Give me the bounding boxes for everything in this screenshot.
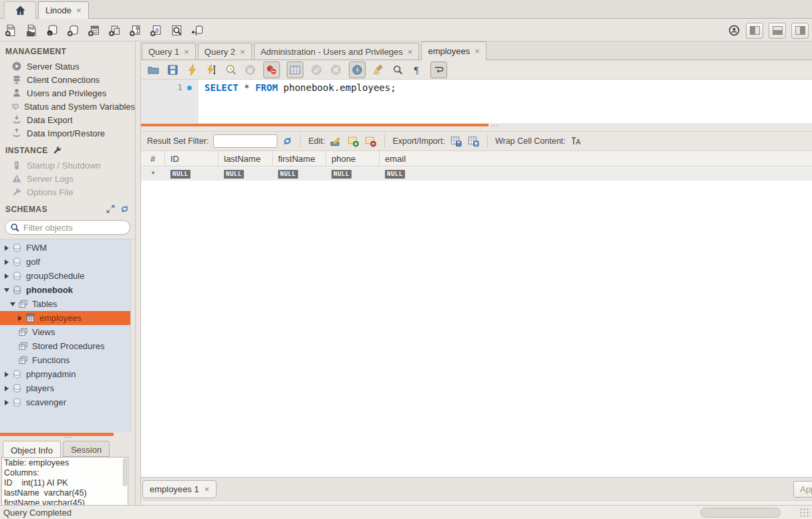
sidebar-item-data-export[interactable]: Data Export bbox=[0, 113, 135, 126]
refresh-icon[interactable] bbox=[282, 136, 293, 146]
sidebar-item-client-connections[interactable]: Client Connections bbox=[0, 73, 135, 86]
result-grid-body[interactable] bbox=[141, 181, 812, 477]
save-script-icon[interactable] bbox=[166, 64, 179, 76]
toggle-autocommit-button[interactable] bbox=[349, 62, 366, 78]
result-filter-input[interactable] bbox=[213, 134, 277, 148]
tab-administration[interactable]: Administration - Users and Privileges × bbox=[254, 43, 420, 60]
schema-inspector-icon[interactable]: i bbox=[46, 24, 59, 37]
cell-lastname[interactable]: NULL bbox=[219, 170, 273, 179]
cell-phone[interactable]: NULL bbox=[326, 170, 380, 179]
export-recordset-icon[interactable] bbox=[450, 135, 462, 148]
execute-icon[interactable] bbox=[186, 64, 198, 76]
column-header-lastname[interactable]: lastName bbox=[219, 151, 273, 166]
expander-icon[interactable] bbox=[9, 302, 17, 306]
schema-tree-item-scavenger[interactable]: scavenger bbox=[0, 395, 135, 409]
apply-button[interactable]: Apply bbox=[793, 481, 812, 498]
expander-icon[interactable] bbox=[3, 372, 11, 377]
editor-results-splitter[interactable] bbox=[141, 123, 812, 131]
column-header-firstname[interactable]: firstName bbox=[273, 151, 326, 166]
add-record-icon[interactable] bbox=[347, 135, 360, 148]
column-header-phone[interactable]: phone bbox=[326, 151, 380, 166]
schema-tree-item-stored-procedures[interactable]: Stored Procedures bbox=[0, 339, 135, 353]
find-icon[interactable] bbox=[392, 64, 404, 76]
edit-record-icon[interactable] bbox=[329, 135, 342, 148]
create-table-icon[interactable] bbox=[88, 24, 100, 37]
wrap-cell-icon[interactable]: A bbox=[570, 136, 581, 146]
create-function-icon[interactable]: () bbox=[150, 24, 162, 37]
search-table-data-icon[interactable] bbox=[170, 24, 183, 37]
tab-employees-1[interactable]: employees 1 × bbox=[142, 480, 217, 498]
commit-icon[interactable] bbox=[310, 64, 323, 76]
expander-icon[interactable] bbox=[3, 260, 11, 265]
horizontal-scrollbar[interactable] bbox=[700, 508, 781, 518]
tab-object-info[interactable]: Object Info bbox=[3, 441, 61, 458]
cell-email[interactable]: NULL bbox=[380, 170, 812, 179]
preferences-icon[interactable] bbox=[728, 24, 740, 37]
open-script-icon[interactable] bbox=[147, 64, 160, 76]
table-row[interactable]: * NULL NULL NULL NULL NULL bbox=[141, 167, 812, 181]
close-icon[interactable]: × bbox=[408, 47, 413, 56]
create-view-icon[interactable] bbox=[108, 24, 121, 37]
rollback-icon[interactable] bbox=[329, 64, 342, 76]
create-procedure-icon[interactable] bbox=[129, 24, 142, 37]
close-icon[interactable]: × bbox=[240, 47, 245, 56]
sidebar-item-options-file[interactable]: Options File bbox=[0, 185, 135, 199]
sql-editor[interactable]: 1 SELECT * FROM phonebook.employees; bbox=[141, 79, 812, 123]
column-header-id[interactable]: ID bbox=[165, 151, 219, 166]
sidebar-item-startup-shutdown[interactable]: Startup / Shutdown bbox=[0, 159, 135, 172]
connection-tab-linode[interactable]: Linode × bbox=[38, 1, 89, 19]
toggle-bottom-panel-button[interactable] bbox=[769, 23, 786, 39]
schema-tree-item-groupschedule[interactable]: groupSchedule bbox=[0, 269, 135, 283]
resize-grip-icon[interactable] bbox=[799, 508, 811, 518]
schema-tree-item-employees[interactable]: employees bbox=[0, 311, 135, 325]
import-records-icon[interactable] bbox=[467, 135, 480, 148]
close-icon[interactable]: × bbox=[184, 47, 189, 56]
sql-code-line[interactable]: SELECT * FROM phonebook.employees; bbox=[198, 80, 396, 123]
splitter-grip[interactable] bbox=[491, 125, 498, 126]
schema-filter-input[interactable] bbox=[23, 223, 124, 233]
limit-rows-button[interactable] bbox=[287, 62, 303, 78]
schema-tree-item-players[interactable]: players bbox=[0, 381, 135, 395]
delete-record-icon[interactable] bbox=[364, 135, 377, 148]
close-icon[interactable]: × bbox=[205, 485, 210, 494]
home-tab[interactable] bbox=[4, 1, 36, 19]
new-sql-tab-icon[interactable]: SQL bbox=[5, 24, 17, 37]
tab-session[interactable]: Session bbox=[63, 441, 110, 457]
expander-icon[interactable] bbox=[3, 274, 11, 279]
column-header-rownum[interactable]: # bbox=[141, 151, 165, 166]
toggle-right-panel-button[interactable] bbox=[791, 23, 809, 39]
cell-id[interactable]: NULL bbox=[165, 170, 219, 179]
schema-tree-item-functions[interactable]: Functions bbox=[0, 353, 135, 367]
expander-icon[interactable] bbox=[3, 400, 11, 405]
cell-firstname[interactable]: NULL bbox=[273, 170, 326, 179]
close-icon[interactable]: × bbox=[475, 47, 480, 56]
expander-icon[interactable] bbox=[3, 288, 11, 292]
tab-query-2[interactable]: Query 2 × bbox=[198, 43, 252, 60]
reconnect-dbms-icon[interactable] bbox=[191, 24, 204, 37]
expand-panel-icon[interactable] bbox=[106, 204, 116, 214]
schema-tree-item-phonebook[interactable]: phonebook bbox=[0, 283, 135, 297]
create-schema-icon[interactable] bbox=[67, 24, 80, 37]
expander-icon[interactable] bbox=[16, 316, 24, 321]
wrap-text-button[interactable] bbox=[430, 62, 447, 78]
open-sql-script-icon[interactable]: SQL bbox=[25, 24, 38, 37]
explain-plan-icon[interactable] bbox=[225, 64, 237, 76]
stop-icon[interactable] bbox=[244, 64, 257, 76]
column-header-email[interactable]: email bbox=[380, 151, 812, 166]
toggle-left-panel-button[interactable] bbox=[746, 23, 763, 39]
expander-icon[interactable] bbox=[3, 245, 11, 251]
sidebar-item-server-logs[interactable]: Server Logs bbox=[0, 172, 135, 185]
tab-query-1[interactable]: Query 1 × bbox=[142, 43, 196, 60]
sidebar-item-status-system-variables[interactable]: Status and System Variables bbox=[0, 100, 135, 113]
beautify-icon[interactable] bbox=[372, 64, 385, 76]
close-icon[interactable]: × bbox=[76, 6, 82, 15]
execute-current-icon[interactable] bbox=[205, 64, 218, 76]
tree-scrollbar[interactable] bbox=[130, 239, 135, 432]
object-info-scrollbar[interactable] bbox=[123, 458, 127, 486]
schema-tree-item-views[interactable]: Views bbox=[0, 325, 135, 339]
schema-tree-item-tables[interactable]: Tables bbox=[0, 297, 135, 311]
schema-tree-item-phpmyadmin[interactable]: phpmyadmin bbox=[0, 367, 135, 381]
sidebar-item-server-status[interactable]: Server Status bbox=[0, 60, 135, 73]
invisible-chars-icon[interactable]: ¶ bbox=[411, 64, 424, 76]
refresh-schemas-icon[interactable] bbox=[120, 204, 130, 214]
